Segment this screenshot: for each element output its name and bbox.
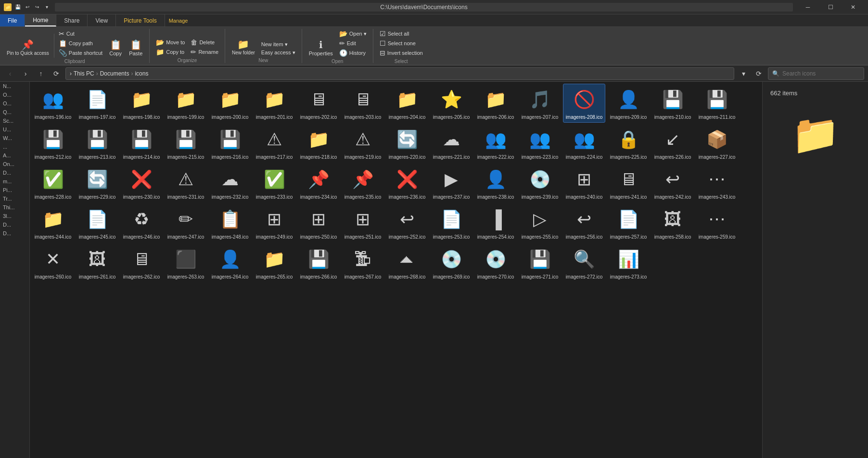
file-item[interactable]: ✅imageres-228.ico — [32, 164, 74, 203]
edit-button[interactable]: ✏ Edit — [337, 38, 369, 48]
path-documents[interactable]: Documents — [100, 70, 129, 77]
paste-shortcut-button[interactable]: 📎 Paste shortcut — [56, 48, 105, 58]
left-nav-item-16[interactable]: D... — [0, 220, 29, 229]
left-nav-item-5[interactable]: U... — [0, 125, 29, 134]
left-nav-item-3[interactable]: Q... — [0, 108, 29, 116]
file-item[interactable]: ✏imageres-247.ico — [165, 204, 207, 242]
file-item[interactable]: 👥imageres-222.ico — [474, 124, 517, 163]
file-item[interactable]: 💾imageres-216.ico — [209, 124, 251, 163]
file-item[interactable]: 💾imageres-266.ico — [297, 243, 340, 282]
open-button[interactable]: 📂 Open ▾ — [337, 29, 369, 38]
dropdown-btn[interactable]: ▾ — [42, 3, 51, 11]
redo-btn[interactable]: ↪ — [33, 3, 41, 11]
file-item[interactable]: 📄imageres-253.ico — [430, 204, 472, 242]
tab-file[interactable]: File — [0, 14, 25, 26]
up-button[interactable]: ↑ — [35, 67, 47, 80]
invert-selection-button[interactable]: ⊟ Invert selection — [377, 48, 425, 58]
file-item[interactable]: 👤imageres-209.ico — [607, 84, 650, 123]
file-item[interactable]: ❌imageres-236.ico — [386, 164, 428, 203]
file-item[interactable]: 🖥imageres-241.ico — [607, 164, 650, 203]
file-item[interactable]: ▐imageres-254.ico — [474, 204, 517, 242]
path-this-pc[interactable]: This PC — [74, 70, 94, 77]
file-item[interactable]: 📁imageres-206.ico — [474, 84, 517, 123]
file-item[interactable]: 👥imageres-223.ico — [519, 124, 561, 163]
file-item[interactable]: 📊imageres-273.ico — [607, 243, 650, 282]
file-item[interactable]: 👥imageres-196.ico — [32, 84, 74, 123]
pin-button[interactable]: 📌 Pin to Quick access — [4, 38, 52, 58]
file-item[interactable]: 🖼imageres-258.ico — [651, 204, 694, 242]
copy-path-button[interactable]: 📋 Copy path — [56, 38, 105, 48]
rename-button[interactable]: ✏ Rename — [188, 47, 221, 57]
address-dropdown[interactable]: ▾ — [737, 67, 750, 80]
copy-to-button[interactable]: 📁 Copy to — [153, 47, 187, 57]
left-nav-item-6[interactable]: W... — [0, 134, 29, 142]
file-item[interactable]: 📁imageres-201.ico — [253, 84, 295, 123]
new-item-button[interactable]: New item ▾ — [259, 40, 298, 49]
file-item[interactable]: ⚠imageres-231.ico — [165, 164, 207, 203]
tab-share[interactable]: Share — [56, 14, 88, 26]
copy-button[interactable]: 📋 Copy — [106, 38, 125, 58]
file-item[interactable]: 📌imageres-234.ico — [297, 164, 340, 203]
properties-button[interactable]: ℹ Properties — [306, 38, 336, 58]
file-item[interactable]: 📁imageres-204.ico — [386, 84, 428, 123]
left-nav-item-2[interactable]: O... — [0, 99, 29, 108]
file-item[interactable]: ↩imageres-252.ico — [386, 204, 428, 242]
file-item[interactable]: 💾imageres-213.ico — [76, 124, 118, 163]
left-nav-item-1[interactable]: O... — [0, 90, 29, 99]
left-nav-item-10[interactable]: D... — [0, 168, 29, 177]
left-nav-item-14[interactable]: Thi... — [0, 203, 29, 212]
tab-view[interactable]: View — [88, 14, 116, 26]
file-item[interactable]: ▷imageres-255.ico — [519, 204, 561, 242]
easy-access-button[interactable]: Easy access ▾ — [259, 49, 298, 57]
minimize-button[interactable]: ─ — [797, 0, 819, 14]
file-item[interactable]: 🔄imageres-229.ico — [76, 164, 118, 203]
file-item[interactable]: ▶imageres-237.ico — [430, 164, 472, 203]
file-item[interactable]: 📁imageres-199.ico — [165, 84, 207, 123]
file-item[interactable]: ✅imageres-233.ico — [253, 164, 295, 203]
file-item[interactable]: ⚠imageres-219.ico — [342, 124, 384, 163]
save-btn[interactable]: 💾 — [13, 3, 22, 11]
file-item[interactable]: 💾imageres-211.ico — [696, 84, 738, 123]
file-item[interactable]: ⊞imageres-251.ico — [342, 204, 384, 242]
file-item[interactable]: 👥imageres-224.ico — [563, 124, 605, 163]
file-item[interactable]: 🖼imageres-261.ico — [76, 243, 118, 282]
address-path[interactable]: › This PC › Documents › icons — [65, 67, 734, 80]
file-item[interactable]: ⊞imageres-250.ico — [297, 204, 340, 242]
refresh-button[interactable]: ⟳ — [50, 67, 63, 80]
cut-button[interactable]: ✂ Cut — [56, 29, 105, 38]
maximize-button[interactable]: ☐ — [819, 0, 842, 14]
file-item[interactable]: 🔍imageres-272.ico — [563, 243, 605, 282]
select-all-button[interactable]: ☑ Select all — [377, 29, 425, 38]
file-item[interactable]: 📄imageres-197.ico — [76, 84, 118, 123]
file-item[interactable]: ↙imageres-226.ico — [651, 124, 694, 163]
file-item[interactable]: 🎵imageres-207.ico — [519, 84, 561, 123]
file-item[interactable]: 💿imageres-269.ico — [430, 243, 472, 282]
file-item[interactable]: 💿imageres-270.ico — [474, 243, 517, 282]
file-item[interactable]: ↩imageres-242.ico — [651, 164, 694, 203]
file-item[interactable]: ↩imageres-256.ico — [563, 204, 605, 242]
file-item[interactable]: ⚠imageres-217.ico — [253, 124, 295, 163]
new-folder-button[interactable]: 📁 New folder — [229, 38, 258, 57]
left-nav-item-8[interactable]: A... — [0, 151, 29, 160]
left-nav-item-0[interactable]: N... — [0, 82, 29, 90]
file-item[interactable]: 🔄imageres-220.ico — [386, 124, 428, 163]
file-item[interactable]: ⋯imageres-243.ico — [696, 164, 738, 203]
file-item[interactable]: ⊞imageres-249.ico — [253, 204, 295, 242]
file-area[interactable]: 👥imageres-196.ico📄imageres-197.ico📁image… — [30, 82, 762, 458]
history-button[interactable]: 🕐 History — [337, 48, 369, 58]
file-item[interactable]: 📁imageres-200.ico — [209, 84, 251, 123]
file-item[interactable]: 💾imageres-212.ico — [32, 124, 74, 163]
left-nav-item-11[interactable]: m... — [0, 177, 29, 186]
file-item[interactable]: 🖥imageres-262.ico — [120, 243, 163, 282]
file-item[interactable]: ⋯imageres-259.ico — [696, 204, 738, 242]
move-to-button[interactable]: 📂 Move to — [153, 38, 187, 47]
path-icons[interactable]: icons — [135, 70, 148, 77]
file-item[interactable]: ⬛imageres-263.ico — [165, 243, 207, 282]
file-item[interactable]: 👤imageres-264.ico — [209, 243, 251, 282]
forward-button[interactable]: › — [19, 67, 32, 80]
file-item[interactable]: ✕imageres-260.ico — [32, 243, 74, 282]
paste-button[interactable]: 📋 Paste — [126, 38, 145, 58]
file-item[interactable]: 🖥imageres-203.ico — [342, 84, 384, 123]
file-item[interactable]: 📁imageres-244.ico — [32, 204, 74, 242]
close-button[interactable]: ✕ — [842, 0, 864, 14]
